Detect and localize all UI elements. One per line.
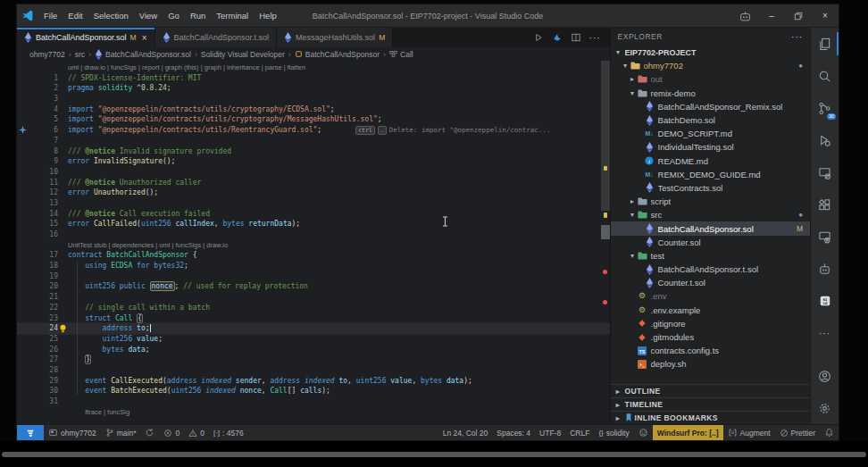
problems-button[interactable]: 0	[159, 425, 184, 440]
encoding[interactable]: UTF-8	[535, 425, 565, 440]
container-tools-icon[interactable]	[811, 221, 839, 253]
breadcrumb-item[interactable]: BatchCallAndSponsor	[295, 50, 380, 59]
menu-item-terminal[interactable]: Terminal	[211, 11, 254, 21]
sidebar-section-timeline[interactable]: ▸TIMELINE	[611, 397, 811, 411]
code-line-2[interactable]: 2pragma solidity ^0.8.24;	[17, 83, 610, 94]
warnings-button[interactable]: 0	[184, 425, 209, 440]
editor-tab[interactable]: BatchCallAndSponsor.solM×	[17, 28, 155, 47]
settings-gear-icon[interactable]	[811, 392, 839, 424]
tree-item[interactable]: BatchCallAndSponsor.t.sol	[611, 263, 811, 276]
codelens-actions[interactable]: ftrace | funcSig	[17, 407, 610, 418]
code-line-31[interactable]: 31	[17, 396, 610, 407]
language-mode[interactable]: {}solidity	[594, 425, 633, 440]
tree-item[interactable]: ⚙.env	[611, 289, 811, 303]
code-line-20[interactable]: 20 uint256 public nonce; // used for rep…	[17, 281, 610, 292]
tree-item[interactable]: TScontracts.config.ts	[611, 344, 811, 357]
code-line-3[interactable]: 3	[17, 94, 610, 104]
menu-item-run[interactable]: Run	[185, 11, 211, 21]
run-debug-icon[interactable]	[811, 124, 839, 156]
tree-item[interactable]: .gitignore	[611, 317, 811, 330]
menu-item-view[interactable]: View	[134, 11, 163, 21]
breadcrumb-item[interactable]: src	[75, 50, 85, 59]
code-line-13[interactable]: 13	[17, 198, 610, 209]
tree-item[interactable]: ▾EIP7702-PROJECT	[611, 46, 811, 59]
code-line-25[interactable]: 25 uint256 value;	[17, 334, 610, 345]
more-views-icon[interactable]: ···	[811, 317, 839, 349]
tree-item[interactable]: iREADME.md	[611, 154, 811, 168]
code-line-16[interactable]: 16	[17, 229, 610, 240]
close-icon[interactable]: ×	[142, 33, 147, 43]
code-line-10[interactable]: 10	[17, 167, 610, 178]
code-line-17[interactable]: 17contract BatchCallAndSponsor {	[17, 250, 610, 261]
sync-button[interactable]	[140, 425, 159, 440]
editor-scrollbar[interactable]	[601, 61, 610, 211]
code-line-29[interactable]: 29 event CallExecuted(address indexed se…	[17, 376, 610, 387]
code-line-26[interactable]: 26 bytes data;	[17, 345, 610, 355]
code-line-8[interactable]: 8/// @notice Invalid signature provided	[17, 146, 610, 157]
inline-bookmarks-count[interactable]: [·]: 4576	[209, 425, 248, 440]
tree-item[interactable]: ▸script	[611, 195, 811, 208]
run-button[interactable]	[533, 32, 544, 43]
editor-tab[interactable]: BatchCallAndSponsor.t.sol	[155, 28, 278, 47]
git-branch-button[interactable]: main*	[101, 425, 141, 440]
menu-item-selection[interactable]: Selection	[88, 11, 134, 21]
code-line-22[interactable]: 22 // single call within a batch	[17, 303, 610, 313]
breadcrumb-item[interactable]: ohmy7702	[29, 50, 65, 59]
tree-item[interactable]: >_deploy.sh	[611, 357, 811, 371]
sidebar-section-outline[interactable]: ▸OUTLINE	[611, 384, 811, 397]
augment-button[interactable]: UAugment	[723, 425, 775, 440]
tree-item[interactable]: ▸out	[611, 72, 811, 86]
restore-button[interactable]	[785, 4, 812, 27]
tree-item[interactable]: BatchCallAndSponsor_Remix.sol	[611, 100, 811, 113]
split-editor-button[interactable]	[571, 32, 581, 43]
cursor-position[interactable]: Ln 24, Col 20	[438, 425, 493, 440]
tree-item[interactable]: M↓REMIX_DEMO_GUIDE.md	[611, 168, 811, 181]
breadcrumb-item[interactable]: BatchCallAndSponsor.sol	[95, 49, 191, 60]
code-editor[interactable]: uml | draw.io | funcSigs | report | grap…	[17, 61, 610, 424]
project-button[interactable]: ohmy7702	[44, 425, 101, 440]
extensions-icon[interactable]	[811, 188, 839, 221]
sidebar-section-inline-bookmarks[interactable]: ▸INLINE BOOKMARKS	[611, 411, 811, 424]
code-line-4[interactable]: 4import "@openzeppelin/contracts/utils/c…	[17, 104, 610, 115]
tree-item[interactable]: TestContracts.sol	[611, 181, 811, 195]
tree-item[interactable]: ▾remix-demo	[611, 87, 811, 100]
ai-chat-icon[interactable]	[811, 253, 839, 285]
video-progress-bar[interactable]	[2, 452, 866, 457]
tree-item[interactable]: ⚙.env.example	[611, 304, 811, 317]
breadcrumb-item[interactable]: Call	[389, 50, 413, 59]
tree-item[interactable]: .gitmodules	[611, 330, 811, 344]
lightbulb-icon[interactable]	[58, 324, 68, 333]
prettier-button[interactable]: Prettier	[775, 425, 820, 440]
codelens-actions[interactable]: UnitTest stub | dependencies | uml | fun…	[17, 240, 610, 251]
minimize-button[interactable]: –	[758, 4, 785, 27]
code-line-9[interactable]: 9error InvalidSignature();	[17, 156, 610, 167]
eol[interactable]: CRLF	[565, 425, 594, 440]
windsurf-remote-button[interactable]	[17, 425, 44, 440]
code-line-23[interactable]: 23 struct Call {	[17, 313, 610, 324]
code-line-28[interactable]: 28	[17, 365, 610, 376]
code-line-24[interactable]: 24 address to;	[17, 323, 610, 334]
editor-tab[interactable]: MessageHashUtils.solM	[277, 28, 393, 47]
tree-item[interactable]: ▾ohmy7702●	[611, 59, 811, 72]
source-control-icon[interactable]: 30	[811, 92, 839, 124]
kilo-code-icon[interactable]: KILO	[811, 285, 839, 317]
solidity-auditor-button[interactable]	[552, 32, 563, 43]
tree-item[interactable]: Counter.t.sol	[611, 276, 811, 289]
menu-item-go[interactable]: Go	[163, 11, 185, 21]
account-icon[interactable]	[811, 360, 839, 392]
code-line-30[interactable]: 30 event BatchExecuted(uint256 indexed n…	[17, 386, 610, 396]
indentation[interactable]: Spaces: 4	[492, 425, 535, 440]
more-actions-button[interactable]: ···	[589, 33, 601, 43]
tree-item[interactable]: IndividualTesting.sol	[611, 140, 811, 154]
code-line-11[interactable]: 11/// @notice Unauthorized caller	[17, 178, 610, 188]
tree-item[interactable]: M↓DEMO_SCRIPT.md	[611, 127, 811, 140]
menu-item-edit[interactable]: Edit	[63, 11, 88, 21]
explorer-more-actions-icon[interactable]: ···	[791, 32, 803, 42]
tree-item[interactable]: ▾src●	[611, 208, 811, 221]
remote-explorer-icon[interactable]	[811, 156, 839, 188]
notifications-bell[interactable]	[820, 425, 839, 440]
close-button[interactable]: ×	[812, 4, 839, 27]
code-line-12[interactable]: 12error Unauthorized();	[17, 188, 610, 198]
code-line-6[interactable]: 6import "@openzeppelin/contracts/utils/R…	[17, 125, 610, 136]
code-line-1[interactable]: 1// SPDX-License-Identifier: MIT	[17, 73, 610, 84]
